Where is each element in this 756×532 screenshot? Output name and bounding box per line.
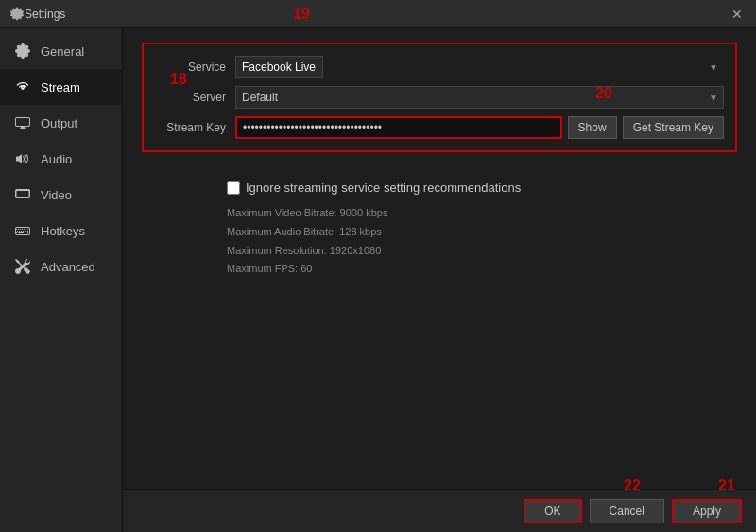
service-dropdown-wrapper: Facebook Live Twitch YouTube ▼ — [235, 56, 724, 78]
stream-key-row: Stream Key Show Get Stream Key — [155, 116, 724, 139]
sidebar-label-video: Video — [41, 188, 72, 202]
sidebar-label-hotkeys: Hotkeys — [41, 224, 85, 238]
sidebar-label-advanced: Advanced — [41, 260, 95, 274]
content-area: Service Facebook Live Twitch YouTube ▼ S… — [123, 28, 756, 532]
server-label: Server — [155, 91, 235, 104]
form-area: Service Facebook Live Twitch YouTube ▼ S… — [123, 28, 756, 489]
info-section: Ignore streaming service setting recomme… — [142, 180, 737, 279]
service-label: Service — [155, 60, 235, 74]
info-line-4: Maximum FPS: 60 — [227, 260, 737, 279]
sidebar-item-advanced[interactable]: Advanced — [0, 249, 122, 284]
sidebar-item-video[interactable]: Video — [0, 177, 122, 213]
close-button[interactable]: ✕ — [728, 5, 747, 24]
title-bar: Settings ✕ — [0, 0, 756, 28]
keyboard-icon — [14, 222, 31, 239]
server-value: Default — [235, 86, 724, 109]
stream-key-input[interactable] — [235, 116, 562, 139]
sidebar-label-output: Output — [41, 116, 77, 130]
sidebar-item-audio[interactable]: Audio — [0, 141, 122, 177]
settings-icon — [9, 7, 25, 22]
info-line-2: Maximum Audio Bitrate: 128 kbps — [227, 223, 737, 242]
checkbox-label: Ignore streaming service setting recomme… — [246, 180, 521, 195]
sidebar-label-stream: Stream — [41, 80, 80, 94]
get-stream-key-button[interactable]: Get Stream Key — [623, 116, 724, 139]
stream-key-label: Stream Key — [155, 121, 235, 134]
info-line-1: Maximum Video Bitrate: 9000 kbps — [227, 204, 737, 223]
ok-button[interactable]: OK — [524, 499, 581, 523]
sidebar: General Stream Output — [0, 28, 123, 532]
service-row: Service Facebook Live Twitch YouTube ▼ — [155, 56, 724, 78]
stream-key-controls: Show Get Stream Key — [235, 116, 724, 139]
server-dropdown-wrapper: Default ▼ — [235, 86, 724, 109]
sidebar-item-hotkeys[interactable]: Hotkeys — [0, 213, 122, 249]
main-layout: General Stream Output — [0, 28, 756, 532]
dropdown-arrow-icon: ▼ — [709, 62, 718, 73]
cancel-button[interactable]: Cancel — [590, 499, 664, 523]
sidebar-item-general[interactable]: General — [0, 33, 122, 69]
sidebar-label-audio: Audio — [41, 152, 72, 166]
apply-button[interactable]: Apply — [672, 499, 742, 523]
info-line-3: Maximum Resolution: 1920x1080 — [227, 242, 737, 261]
sidebar-label-general: General — [41, 44, 84, 59]
wrench-icon — [14, 258, 31, 275]
monitor-icon — [14, 114, 31, 131]
gear-icon — [14, 43, 31, 60]
screen-icon — [14, 186, 31, 203]
sidebar-item-output[interactable]: Output — [0, 105, 122, 141]
server-row: Server Default ▼ — [155, 86, 724, 109]
service-dropdown[interactable]: Facebook Live Twitch YouTube — [235, 56, 323, 78]
info-text: Maximum Video Bitrate: 9000 kbps Maximum… — [227, 204, 737, 279]
service-section: Service Facebook Live Twitch YouTube ▼ S… — [142, 43, 737, 152]
volume-icon — [14, 150, 31, 167]
wifi-icon — [14, 78, 31, 95]
checkbox-row: Ignore streaming service setting recomme… — [227, 180, 737, 195]
show-button[interactable]: Show — [568, 116, 617, 139]
sidebar-item-stream[interactable]: Stream — [0, 69, 122, 105]
window-title: Settings — [25, 8, 728, 21]
ignore-recommendations-checkbox[interactable] — [227, 181, 240, 195]
bottom-bar: OK Cancel Apply — [123, 489, 756, 532]
